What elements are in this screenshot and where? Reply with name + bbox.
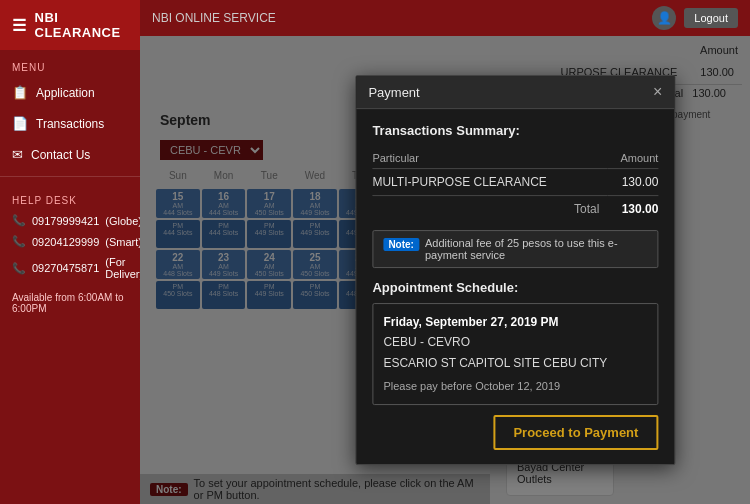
appt-date: Friday, September 27, 2019 PM (383, 312, 647, 332)
topbar-right: 👤 Logout (652, 6, 738, 30)
sidebar-item-transactions-label: Transactions (36, 117, 104, 131)
brand-title: NBI CLEARANCE (35, 10, 129, 40)
table-row-total: Total 130.00 (372, 196, 658, 223)
phone-icon-3: 📞 (12, 262, 26, 275)
transactions-table: Particular Amount MULTI-PURPOSE CLEARANC… (372, 148, 658, 222)
appt-address: ESCARIO ST CAPITOL SITE CEBU CITY (383, 353, 647, 373)
sidebar: ☰ NBI CLEARANCE MENU 📋 Application 📄 Tra… (0, 0, 140, 504)
topbar: NBI ONLINE SERVICE 👤 Logout (140, 0, 750, 36)
contact-globe: 📞 09179999421 (Globe) (0, 210, 140, 231)
contact-smart-note: (Smart) (105, 236, 142, 248)
contact-smart: 📞 09204129999 (Smart) (0, 231, 140, 252)
note-text: Additional fee of 25 pesos to use this e… (425, 237, 647, 261)
sidebar-divider (0, 176, 140, 177)
help-label: HELP DESK (0, 183, 140, 210)
menu-label: MENU (0, 50, 140, 77)
contact-icon: ✉ (12, 147, 23, 162)
total-label: Total (372, 196, 607, 223)
total-amount: 130.00 (607, 196, 658, 223)
topbar-logout-button[interactable]: Logout (684, 8, 738, 28)
phone-icon: 📞 (12, 214, 26, 227)
col-particular: Particular (372, 148, 607, 169)
contact-delivery: 📞 09270475871 (For Delivery) (0, 252, 140, 284)
phone-icon-2: 📞 (12, 235, 26, 248)
available-hours: Available from 6:00AM to 6:00PM (0, 284, 140, 322)
application-icon: 📋 (12, 85, 28, 100)
modal-close-button[interactable]: × (653, 84, 662, 100)
proceed-to-payment-button[interactable]: Proceed to Payment (493, 415, 658, 450)
sidebar-header: ☰ NBI CLEARANCE (0, 0, 140, 50)
col-amount: Amount (607, 148, 658, 169)
contact-globe-number: 09179999421 (32, 215, 99, 227)
sidebar-item-transactions[interactable]: 📄 Transactions (0, 108, 140, 139)
modal-body: Transactions Summary: Particular Amount … (356, 109, 674, 464)
contact-smart-number: 09204129999 (32, 236, 99, 248)
transactions-icon: 📄 (12, 116, 28, 131)
payment-modal: Payment × Transactions Summary: Particul… (355, 75, 675, 465)
sidebar-item-application-label: Application (36, 86, 95, 100)
sidebar-item-application[interactable]: 📋 Application (0, 77, 140, 108)
note-tag: Note: (383, 238, 419, 251)
appt-pay-note: Please pay before October 12, 2019 (383, 377, 647, 396)
modal-header: Payment × (356, 76, 674, 109)
item-name: MULTI-PURPOSE CLEARANCE (372, 169, 607, 196)
main-content: Septem CEBU - CEVR Sun Mon Tue Wed Thu F… (140, 36, 750, 504)
modal-title: Payment (368, 85, 419, 100)
table-row-item: MULTI-PURPOSE CLEARANCE 130.00 (372, 169, 658, 196)
hamburger-icon[interactable]: ☰ (12, 16, 27, 35)
modal-footer: Proceed to Payment (372, 415, 658, 450)
note-box: Note: Additional fee of 25 pesos to use … (372, 230, 658, 268)
contact-globe-note: (Globe) (105, 215, 142, 227)
sidebar-item-contact[interactable]: ✉ Contact Us (0, 139, 140, 170)
appt-title: Appointment Schedule: (372, 280, 658, 295)
appt-location: CEBU - CEVRO (383, 332, 647, 352)
item-amount: 130.00 (607, 169, 658, 196)
topbar-title: NBI ONLINE SERVICE (152, 11, 276, 25)
appt-box: Friday, September 27, 2019 PM CEBU - CEV… (372, 303, 658, 405)
contact-delivery-number: 09270475871 (32, 262, 99, 274)
sidebar-item-contact-label: Contact Us (31, 148, 90, 162)
summary-title: Transactions Summary: (372, 123, 658, 138)
user-icon[interactable]: 👤 (652, 6, 676, 30)
